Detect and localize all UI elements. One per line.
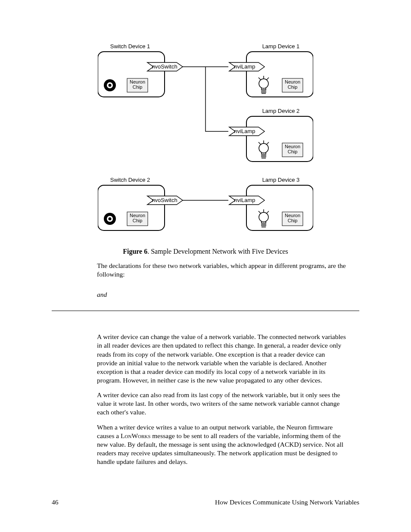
nv-out-1: nvoSwitch <box>152 63 177 70</box>
body-paragraph-1: A writer device can change the value of … <box>97 333 347 385</box>
svg-text:Chip: Chip <box>133 218 143 223</box>
page-number: 46 <box>52 498 59 506</box>
network-diagram-svg: Switch Device 1 Neuron Chip nvoSwitch La… <box>98 43 313 241</box>
label-switch2: Switch Device 2 <box>110 177 150 183</box>
figure-number: Figure 6 <box>123 248 147 255</box>
and-word: and <box>97 291 359 299</box>
svg-text:Neuron: Neuron <box>130 79 145 84</box>
intro-paragraph: The declarations for these two network v… <box>97 261 347 279</box>
nv-in-3: nviLamp <box>234 197 255 203</box>
page: Switch Device 1 Neuron Chip nvoSwitch La… <box>0 0 411 532</box>
figure-caption: Figure 6. Sample Development Network wit… <box>52 248 359 255</box>
body-paragraph-2: A writer device can also read from its l… <box>97 391 347 417</box>
svg-text:Chip: Chip <box>288 84 298 90</box>
figure-caption-text: . Sample Development Network with Five D… <box>147 248 288 255</box>
page-footer: 46 How Devices Communicate Using Network… <box>52 498 359 506</box>
svg-rect-15 <box>246 116 313 162</box>
svg-rect-11 <box>246 52 313 97</box>
nv-out-2: nvoSwitch <box>152 197 177 203</box>
label-lamp3: Lamp Device 3 <box>262 177 300 183</box>
nv-in-2: nviLamp <box>234 128 255 134</box>
svg-text:Neuron: Neuron <box>285 79 300 84</box>
chapter-title: How Devices Communicate Using Network Va… <box>215 498 359 506</box>
figure-diagram: Switch Device 1 Neuron Chip nvoSwitch La… <box>98 43 313 241</box>
label-lamp1: Lamp Device 1 <box>262 43 300 50</box>
nv-in-1: nviLamp <box>234 63 255 70</box>
svg-text:Chip: Chip <box>288 149 298 154</box>
svg-text:Neuron: Neuron <box>285 144 300 149</box>
label-switch1: Switch Device 1 <box>110 43 150 50</box>
body-paragraph-3: When a writer device writes a value to a… <box>97 423 347 467</box>
svg-text:Neuron: Neuron <box>130 213 145 218</box>
section-divider <box>52 311 359 311</box>
svg-text:Chip: Chip <box>133 84 143 90</box>
svg-text:Chip: Chip <box>288 218 298 223</box>
label-lamp2: Lamp Device 2 <box>262 108 300 114</box>
svg-rect-21 <box>246 185 313 230</box>
svg-text:Neuron: Neuron <box>285 213 300 218</box>
